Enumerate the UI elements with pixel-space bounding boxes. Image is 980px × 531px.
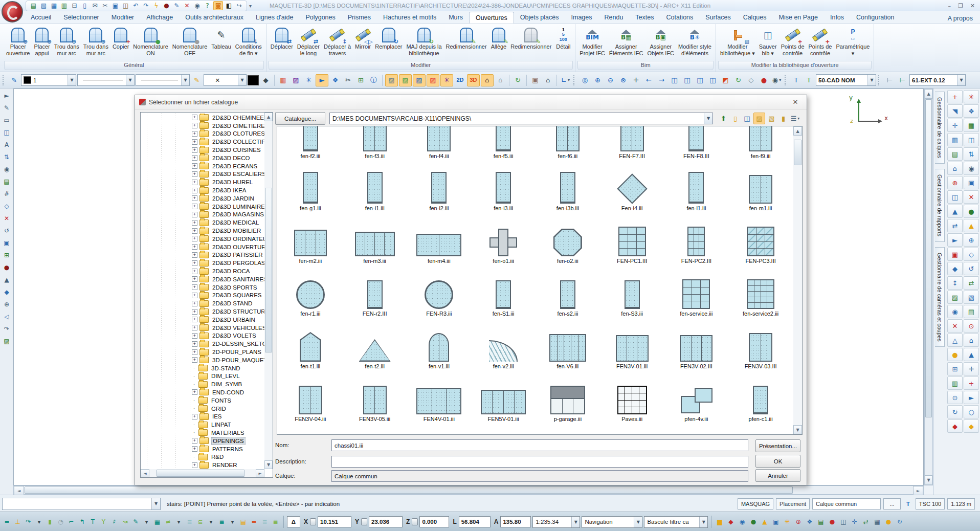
catalog-item-fen5v-01-iii[interactable]: FEN5V-01.iii [471,370,536,423]
dim-style-combo[interactable]: 61-EXT 0.12▼ [909,74,966,86]
tableau-button[interactable]: ✎Tableau [209,26,233,60]
cam-icon[interactable]: ◫ [838,516,848,527]
scale-combobox[interactable]: 1:235.34 ▼ [532,516,580,528]
grid-vertical-scrollbar[interactable]: ▲ ▼ [793,126,802,434]
catalog-item-fen-s2-iii[interactable]: fen-s2.iii [536,264,600,317]
pan-icon[interactable]: ✛ [947,119,963,132]
snap-icon[interactable]: ⊕ [2,299,12,309]
hatch-mode1-icon[interactable]: ▨ [385,74,398,86]
circle2-icon[interactable]: ○ [964,405,979,418]
home-alt-icon[interactable]: ⌂ [495,75,506,86]
expand-plus-icon[interactable]: + [192,131,197,137]
tree-item-2d-dessin-sketch[interactable]: +2D-DESSIN_SKETCH [141,340,264,348]
expand-plus-icon[interactable]: + [192,212,197,217]
pen-menu-icon[interactable]: ✎ [172,2,181,10]
copier-button[interactable]: +Copier [110,26,131,60]
catalog-item-fen-g1-iii[interactable]: fen-g1.iii [278,159,343,212]
linestyle-manager-icon[interactable]: ▦ [277,75,289,86]
cut-icon[interactable]: ✂ [101,2,109,10]
regen-icon[interactable]: ↻ [732,75,744,86]
side-tab-gestionnaire-de-rapports[interactable]: Gestionnaire de rapports [935,169,945,242]
catalog-item-pfen-c1-iii[interactable]: pfen-c1.iii [728,370,793,423]
catalog-item-fen-o1-iii[interactable]: fen-o1.iii [471,212,536,264]
redimensionner-button[interactable]: ✎Redimensionner [444,26,489,60]
bend-icon[interactable]: ↰ [77,516,87,527]
document-icon[interactable]: ▯ [80,2,89,10]
scrollbar-thumb[interactable] [25,486,793,494]
catalog-item-fen-i3b-iii[interactable]: fen-i3b.iii [536,159,600,212]
catalog-item-fen-f5-iii[interactable]: fen-f5.iii [471,126,536,159]
scroll-down-icon[interactable]: ▼ [264,460,273,469]
tree-item-2d-3d-roca[interactable]: +2D&3D ROCA [141,267,264,275]
layers-icon[interactable]: ▤ [2,176,12,186]
target-icon[interactable]: ⊕ [793,516,803,527]
snap2-icon[interactable]: ⊕ [964,233,979,247]
project-home-icon[interactable]: ⌂ [542,75,554,86]
circle-icon[interactable]: ◉ [947,305,963,318]
snap-icon[interactable]: ≡ [185,516,194,527]
catalog-item-fen-s1-iii[interactable]: fen-S1.iii [471,264,536,317]
expand-plus-icon[interactable]: + [192,357,197,363]
tree-item-2d-3d-stand[interactable]: +2D&3D STAND [141,299,264,307]
redo-icon[interactable]: ↷ [142,2,150,10]
axis-icon[interactable]: ≠ [163,516,173,527]
catalog-item-grid[interactable]: fen-f2.iiifen-f3.iiifen-f4.iiifen-f5.iii… [277,126,803,435]
y-coordinate-field[interactable]: 23.036 [369,516,403,527]
mail-icon[interactable]: ✉ [91,2,99,10]
info-icon[interactable]: ⓘ [368,75,380,86]
box2-icon[interactable]: ▣ [964,176,979,189]
length-field[interactable]: 56.804 [459,516,491,527]
y-lock-icon[interactable] [361,518,367,525]
dim-style-b-icon[interactable]: ⊢ [897,75,908,86]
angle-field[interactable]: 135.80 [500,516,531,527]
menu-tab-s-lectionner[interactable]: Sélectionner [57,12,105,24]
scroll-right-icon[interactable]: ► [913,486,923,495]
points-de-contr-le-button[interactable]: +Points decontrôle [779,26,807,60]
layer-browse-button[interactable]: ... [883,498,901,510]
rotate-icon[interactable]: ↷ [2,324,12,334]
menu-tab-ouvertures[interactable]: Ouvertures [469,12,514,24]
tree-item-linpat[interactable]: ·LINPAT [141,421,264,429]
expand-plus-icon[interactable]: + [192,462,197,468]
expand-plus-icon[interactable]: + [192,309,197,315]
arrow2-icon[interactable]: ⇅ [964,147,979,161]
text-icon[interactable]: A [2,140,12,149]
scroll-up-icon[interactable]: ▲ [793,126,802,136]
chevron-down-icon[interactable]: ▾ [797,116,799,121]
catalog-item-fen-i1-iii[interactable]: fen-i1.iii [343,159,407,212]
lock-icon[interactable]: ◆ [726,516,736,527]
menu-tab-prismes[interactable]: Prismes [342,12,377,24]
help-icon[interactable]: ? [203,2,212,10]
placer-ouverture-button[interactable]: ⊕Placerouverture [4,26,32,60]
home-icon[interactable]: ⌂ [947,162,963,175]
catalog-item-fen-f7-iii[interactable]: FEN-F7.III [600,126,664,159]
view-cube-front-icon[interactable]: ◫ [681,75,693,86]
arrow-icon[interactable]: ↕ [947,276,963,290]
caret-icon[interactable]: ▾ [34,516,44,527]
masquag-toggle[interactable]: MASQUAG [738,498,773,510]
tree-item-2d-3d-urbain[interactable]: +2D&3D URBAIN [141,316,264,324]
expand-plus-icon[interactable]: + [192,349,197,355]
placement-toggle[interactable]: Placement [776,498,810,510]
pen-style-icon[interactable]: ✎ [191,75,203,86]
z-coordinate-field[interactable]: 0.000 [419,516,449,527]
canvas-vertical-scrollbar[interactable]: ▲ ▼ [924,88,933,485]
new-document-icon[interactable]: ▤ [29,2,38,10]
modifier-style-d-l-ments-button[interactable]: B✳Modifier styled'éléments [676,26,714,60]
box-icon[interactable]: ▣ [947,248,963,261]
sheet-icon[interactable]: ▤ [238,516,248,527]
leaf-icon[interactable]: ● [748,516,758,527]
scroll-down-icon[interactable]: ▼ [793,425,802,434]
expand-plus-icon[interactable]: + [192,195,197,201]
tree-item-2d-3d-cuisines[interactable]: +2D&3D CUISINES [141,146,264,154]
tree-item-3d-pour-maquette[interactable]: +3D-POUR_MAQUETTE [141,356,264,364]
placer-appui-button[interactable]: ⊕Placerappui [32,26,52,60]
scrollbar-thumb[interactable] [925,99,932,417]
magic-wand-icon[interactable]: ✳ [303,75,315,86]
menu-tab-configuration[interactable]: Configuration [850,12,900,24]
stop-hand-icon[interactable]: ● [162,2,171,10]
tree-item-2d-3d-luminaires[interactable]: +2D&3D LUMINAIRES [141,203,264,211]
redimensionner-button[interactable]: ✎Redimensionner [508,26,553,60]
expand-plus-icon[interactable]: + [192,115,197,120]
copy-icon[interactable]: ▣ [111,2,120,10]
